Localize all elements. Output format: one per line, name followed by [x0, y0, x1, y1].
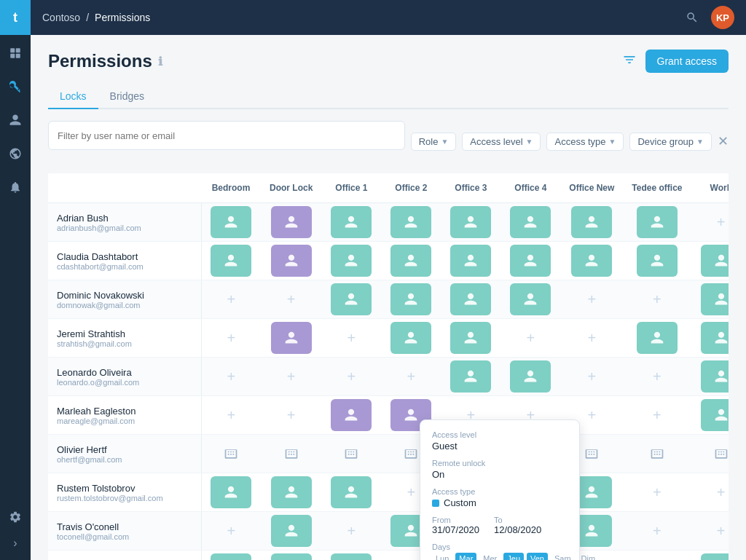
permission-cell[interactable]: + — [261, 396, 321, 435]
permission-cell[interactable] — [623, 435, 691, 473]
permission-cell[interactable]: + — [691, 512, 729, 551]
expand-sidebar-button[interactable]: › — [0, 532, 31, 554]
permission-cell[interactable] — [261, 242, 321, 280]
permission-cell[interactable] — [261, 435, 321, 473]
permission-cell[interactable]: + — [691, 203, 729, 242]
permission-cell[interactable] — [201, 473, 261, 512]
permission-cell[interactable]: + — [623, 512, 691, 551]
tab-bridges[interactable]: Bridges — [98, 84, 156, 109]
permission-cell[interactable] — [381, 280, 441, 319]
grant-access-button[interactable]: Grant access — [645, 50, 729, 73]
tab-locks[interactable]: Locks — [48, 84, 98, 109]
table-row: Travis O'conelltoconell@gmail.com++++++ — [48, 512, 729, 551]
info-icon[interactable]: ℹ — [158, 55, 162, 68]
nav-icon-settings[interactable] — [0, 502, 31, 532]
permission-cell[interactable] — [441, 203, 500, 242]
search-input[interactable] — [58, 130, 396, 141]
permission-cell[interactable] — [381, 203, 441, 242]
permission-cell[interactable]: + — [560, 319, 623, 358]
permission-cell[interactable] — [441, 358, 500, 396]
permission-cell[interactable] — [201, 551, 261, 561]
permission-cell[interactable] — [691, 319, 729, 358]
device-group-filter-label: Device group — [637, 136, 694, 147]
permission-cell[interactable]: + — [623, 358, 691, 396]
permission-cell[interactable] — [261, 551, 321, 561]
nav-icon-dashboard[interactable] — [0, 38, 31, 68]
permission-cell[interactable]: + — [623, 280, 691, 319]
permission-cell[interactable] — [691, 242, 729, 280]
permission-cell[interactable]: + — [623, 396, 691, 435]
permission-cell[interactable] — [381, 242, 441, 280]
permission-cell[interactable]: + — [201, 512, 261, 551]
access-level-filter[interactable]: Access level ▼ — [462, 133, 541, 151]
permission-cell[interactable]: + — [691, 473, 729, 512]
user-avatar[interactable]: KP — [711, 6, 734, 29]
permission-cell[interactable] — [500, 358, 560, 396]
permission-cell[interactable]: + — [321, 512, 381, 551]
permission-cell[interactable] — [691, 396, 729, 435]
permission-cell[interactable] — [441, 280, 500, 319]
permission-cell[interactable] — [261, 203, 321, 242]
permission-cell[interactable] — [321, 242, 381, 280]
role-filter[interactable]: Role ▼ — [411, 133, 457, 151]
access-type-filter[interactable]: Access type ▼ — [546, 133, 624, 151]
permission-cell[interactable]: + — [201, 358, 261, 396]
permission-cell[interactable] — [321, 203, 381, 242]
permission-cell[interactable] — [560, 242, 623, 280]
permission-cell[interactable]: + — [560, 280, 623, 319]
clear-filters-button[interactable]: ✕ — [718, 133, 729, 149]
permission-cell[interactable] — [623, 242, 691, 280]
permission-cell[interactable] — [321, 396, 381, 435]
nav-icon-keys[interactable] — [0, 71, 31, 102]
permission-cell[interactable] — [691, 435, 729, 473]
permission-cell[interactable]: + — [560, 358, 623, 396]
nav-icon-globe[interactable] — [0, 138, 31, 169]
permission-cell[interactable]: + — [261, 280, 321, 319]
permission-cell[interactable]: + — [201, 396, 261, 435]
nav-icon-bell[interactable] — [0, 172, 31, 202]
permission-cell[interactable]: + — [321, 319, 381, 358]
permission-cell[interactable] — [201, 203, 261, 242]
permission-cell[interactable]: + — [500, 319, 560, 358]
permission-cell[interactable] — [441, 319, 500, 358]
permission-cell[interactable]: + — [623, 473, 691, 512]
permission-cell[interactable] — [691, 551, 729, 561]
permission-cell[interactable] — [500, 242, 560, 280]
permission-cell[interactable]: + — [261, 358, 321, 396]
permission-cell[interactable] — [321, 280, 381, 319]
permission-cell[interactable] — [261, 319, 321, 358]
permission-cell[interactable] — [321, 473, 381, 512]
permission-cell[interactable] — [441, 242, 500, 280]
permission-cell[interactable] — [500, 203, 560, 242]
permission-cell[interactable] — [321, 435, 381, 473]
permission-cell[interactable] — [623, 203, 691, 242]
filter-button[interactable] — [622, 52, 637, 71]
permission-cell[interactable]: + — [381, 358, 441, 396]
permission-cell[interactable]: + — [201, 280, 261, 319]
grid-scroll[interactable]: Bedroom Door Lock Office 1 Office 2 Offi… — [48, 173, 729, 560]
device-group-filter[interactable]: Device group ▼ — [629, 133, 712, 151]
permission-cell[interactable] — [261, 512, 321, 551]
permission-cell[interactable] — [261, 473, 321, 512]
permission-cell[interactable] — [691, 280, 729, 319]
nav-icon-person[interactable] — [0, 105, 31, 135]
permission-cell[interactable] — [201, 242, 261, 280]
search-button[interactable] — [679, 4, 705, 31]
permission-cell[interactable] — [381, 319, 441, 358]
permission-cell[interactable] — [321, 551, 381, 561]
permission-cell[interactable] — [201, 435, 261, 473]
permission-cell[interactable]: + — [623, 551, 691, 561]
col-bedroom: Bedroom — [201, 173, 261, 203]
permission-cell[interactable] — [691, 358, 729, 396]
role-chevron-icon: ▼ — [441, 138, 448, 146]
permission-cell[interactable]: + — [201, 319, 261, 358]
user-cell: Marleah Eaglestonmareagle@gmail.com — [48, 396, 201, 435]
permission-cell[interactable] — [623, 319, 691, 358]
breadcrumb-parent[interactable]: Contoso — [42, 12, 80, 23]
permission-cell[interactable]: + — [321, 358, 381, 396]
user-name: Leonardo Oliveira — [57, 367, 192, 378]
permission-cell[interactable] — [560, 203, 623, 242]
permission-cell[interactable] — [500, 280, 560, 319]
tooltip-remote-unlock-value: On — [432, 469, 568, 480]
breadcrumb-current: Permissions — [95, 12, 150, 23]
